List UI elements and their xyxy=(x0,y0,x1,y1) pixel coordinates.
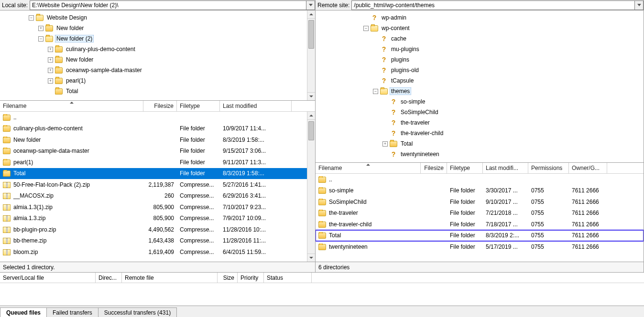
tree-expander[interactable]: + xyxy=(382,141,388,147)
scroll-up-button[interactable] xyxy=(307,11,315,19)
tree-node[interactable]: ?plugins-old xyxy=(316,65,644,75)
column-header-name[interactable]: Filename xyxy=(0,101,143,111)
file-row[interactable]: __MACOSX.zip260Compresse...6/29/2016 3:4… xyxy=(0,190,315,202)
column-header-perm[interactable]: Permissions xyxy=(528,163,569,173)
cell-size: 1,643,438 xyxy=(143,237,177,244)
queue-body[interactable] xyxy=(0,283,644,306)
tab-failed-transfers[interactable]: Failed transfers xyxy=(46,307,98,317)
tree-expander[interactable]: − xyxy=(363,26,369,31)
local-tree[interactable]: −Website Design+New folder−New folder (2… xyxy=(0,11,315,100)
tree-node[interactable]: ?tCapsule xyxy=(316,75,644,86)
file-row[interactable]: SoSimpleChildFile folder9/10/2017 ...075… xyxy=(316,196,644,208)
file-row[interactable]: the-travelerFile folder7/21/2018 ...0755… xyxy=(316,208,644,219)
queue-column-header[interactable]: Priority xyxy=(238,273,264,283)
tree-node-label: plugins xyxy=(390,56,411,63)
file-row[interactable]: culinary-plus-demo-contentFile folder10/… xyxy=(0,123,315,135)
column-header-owner[interactable]: Owner/G... xyxy=(569,163,607,173)
remote-site-label: Remote site: xyxy=(316,2,351,9)
tree-expander[interactable]: + xyxy=(48,47,53,52)
file-row[interactable]: twentynineteenFile folder5/17/2019 ...07… xyxy=(316,241,644,253)
tree-node[interactable]: −New folder (2) xyxy=(0,33,315,44)
local-path-dropdown[interactable] xyxy=(306,0,315,10)
tree-node[interactable]: +oceanwp-sample-data-master xyxy=(0,65,315,75)
tree-node[interactable]: ?the-traveler-child xyxy=(316,128,644,138)
tree-node[interactable]: +New folder xyxy=(0,23,315,33)
remote-pathbar: Remote site: xyxy=(316,0,644,11)
tree-expander xyxy=(382,131,388,136)
file-row[interactable]: pearl(1)File folder9/11/2017 11:3... xyxy=(0,157,315,168)
queue-column-header[interactable]: Status xyxy=(264,273,312,283)
remote-tree[interactable]: ?wp-admin−wp-content?cache?mu-plugins?pl… xyxy=(316,11,644,162)
tree-node[interactable]: −Website Design xyxy=(0,12,315,23)
queue-column-header[interactable]: Size xyxy=(218,273,238,283)
column-header-type[interactable]: Filetype xyxy=(177,101,220,111)
scroll-down-button[interactable] xyxy=(307,92,315,100)
column-header-mod[interactable]: Last modified xyxy=(220,101,292,111)
file-row[interactable]: almia.1.3(1).zip805,900Compresse...7/10/… xyxy=(0,201,315,213)
file-row[interactable]: the-traveler-childFile folder7/18/2017 .… xyxy=(316,219,644,230)
tree-node[interactable]: +New folder xyxy=(0,54,315,65)
scroll-down-button[interactable] xyxy=(307,254,315,262)
tree-expander[interactable]: + xyxy=(48,68,53,73)
local-file-list[interactable]: ..culinary-plus-demo-contentFile folder1… xyxy=(0,112,315,262)
tree-node[interactable]: −wp-content xyxy=(316,23,644,33)
tree-node[interactable]: Total xyxy=(0,86,315,96)
column-header-size[interactable]: Filesize xyxy=(421,163,447,173)
unknown-icon: ? xyxy=(390,129,397,137)
file-row[interactable]: bb-theme.zip1,643,438Compresse...11/28/2… xyxy=(0,235,315,247)
queue-column-header[interactable]: Server/Local file xyxy=(0,273,96,283)
scroll-up-button[interactable] xyxy=(307,112,315,120)
file-row[interactable]: New folderFile folder8/3/2019 1:58:... xyxy=(0,134,315,146)
tree-node[interactable]: +Total xyxy=(316,138,644,149)
file-row[interactable]: so-simpleFile folder3/30/2017 ...0755761… xyxy=(316,185,644,197)
tree-node[interactable]: ?mu-plugins xyxy=(316,44,644,54)
tree-expander[interactable]: + xyxy=(38,26,44,31)
tree-node[interactable]: −themes xyxy=(316,86,644,96)
file-row[interactable]: .. xyxy=(316,174,644,185)
tab-queued-files[interactable]: Queued files xyxy=(0,307,47,317)
tab-successful-transfers-[interactable]: Successful transfers (431) xyxy=(98,307,177,317)
remote-file-list[interactable]: ..so-simpleFile folder3/30/2017 ...07557… xyxy=(316,174,644,262)
local-path-input[interactable] xyxy=(30,0,306,10)
column-header-mod[interactable]: Last modifi... xyxy=(483,163,528,173)
zip-icon xyxy=(3,204,11,211)
cell-owner: 7611 2666 xyxy=(569,187,607,194)
cell-owner: 7611 2666 xyxy=(569,232,607,239)
tree-node[interactable]: ?SoSimpleChild xyxy=(316,107,644,117)
local-list-scrollbar[interactable] xyxy=(307,112,315,262)
tree-node[interactable]: ?so-simple xyxy=(316,96,644,107)
tree-expander[interactable]: − xyxy=(373,89,378,94)
file-row[interactable]: almia.1.3.zip805,900Compresse...7/9/2017… xyxy=(0,213,315,224)
tree-expander[interactable]: + xyxy=(48,78,53,84)
folder-icon xyxy=(3,126,11,132)
queue-column-header[interactable]: Direc... xyxy=(96,273,122,283)
cell-name: 50-Free-Flat-Icon-Pack (2).zip xyxy=(0,181,143,188)
file-row[interactable]: bb-plugin-pro.zip4,490,562Compresse...11… xyxy=(0,224,315,235)
tree-expander[interactable]: + xyxy=(48,57,53,63)
local-tree-scrollbar[interactable] xyxy=(307,11,315,100)
folder-icon xyxy=(390,141,397,147)
tree-expander[interactable]: − xyxy=(38,36,44,42)
tree-node[interactable]: +pearl(1) xyxy=(0,75,315,86)
column-header-type[interactable]: Filetype xyxy=(447,163,483,173)
column-header-name[interactable]: Filename xyxy=(316,163,421,173)
tree-node[interactable]: +culinary-plus-demo-content xyxy=(0,44,315,54)
tree-node[interactable]: ?the-traveler xyxy=(316,117,644,128)
tree-expander[interactable]: − xyxy=(29,15,34,21)
tree-node[interactable]: ?plugins xyxy=(316,54,644,65)
scroll-thumb[interactable] xyxy=(308,20,314,49)
queue-column-header[interactable]: Remote file xyxy=(122,273,218,283)
scroll-thumb[interactable] xyxy=(308,121,314,140)
tree-node[interactable]: ?wp-admin xyxy=(316,12,644,23)
file-row[interactable]: bloom.zip1,619,409Compresse...6/4/2015 1… xyxy=(0,246,315,258)
tree-node[interactable]: ?twentynineteen xyxy=(316,149,644,159)
file-row[interactable]: oceanwp-sample-data-masterFile folder9/1… xyxy=(0,146,315,157)
remote-path-dropdown[interactable] xyxy=(635,0,644,10)
file-row[interactable]: TotalFile folder8/3/2019 1:58:... xyxy=(0,168,315,180)
file-row[interactable]: TotalFile folder8/3/2019 2:...07557611 2… xyxy=(316,230,644,242)
tree-node[interactable]: ?cache xyxy=(316,33,644,44)
remote-path-input[interactable] xyxy=(351,0,635,10)
file-row[interactable]: .. xyxy=(0,112,315,123)
file-row[interactable]: 50-Free-Flat-Icon-Pack (2).zip2,119,387C… xyxy=(0,179,315,190)
column-header-size[interactable]: Filesize xyxy=(143,101,177,111)
